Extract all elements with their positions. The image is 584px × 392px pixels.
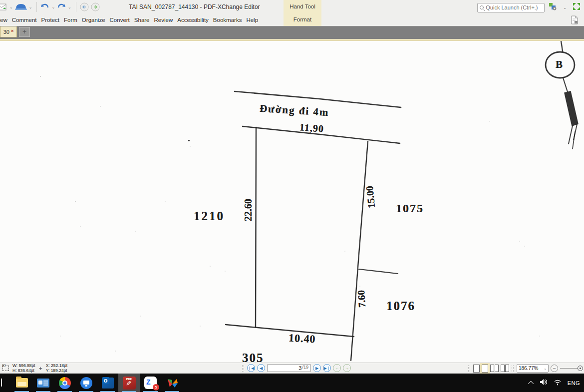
parcel-number-right-upper: 1075 xyxy=(396,202,424,215)
single-page-layout-icon[interactable] xyxy=(473,365,480,373)
parcel-drawing xyxy=(0,41,584,363)
dimension-left: 22.60 xyxy=(243,199,254,221)
menu-organize[interactable]: Organize xyxy=(82,17,105,23)
quick-launch-box[interactable] xyxy=(477,3,545,12)
total-pages: /19 xyxy=(302,365,308,370)
previous-view-icon[interactable] xyxy=(79,1,89,13)
pdf-page-canvas[interactable]: Đường đi 4m 11,90 1210 22.60 15.00 1075 … xyxy=(0,41,584,363)
previous-page-button[interactable]: ◀ xyxy=(257,364,265,372)
taskbar-pdf-xchange[interactable]: PDF xyxy=(118,374,140,392)
chevron-down-icon[interactable]: ⌄ xyxy=(9,5,13,9)
menu-share[interactable]: Share xyxy=(134,17,150,23)
zoom-value: 186.77% xyxy=(519,366,538,371)
chrome-icon xyxy=(59,377,71,389)
search-icon xyxy=(480,5,484,9)
new-tab-button[interactable]: + xyxy=(19,27,30,37)
window-title: TAI SAN_002787_144130 - PDF-XChange Edit… xyxy=(129,3,260,10)
contact-card-icon xyxy=(37,379,49,388)
cursor-position-icon: + xyxy=(39,366,42,371)
previous-view-button[interactable]: ← xyxy=(333,364,341,372)
file-explorer-icon xyxy=(16,378,28,388)
close-tab-icon[interactable]: × xyxy=(11,28,13,33)
zoom-slider[interactable] xyxy=(560,368,582,369)
menu-protect[interactable]: Protect xyxy=(41,17,59,23)
current-page: 3 xyxy=(298,365,301,371)
taskbar-outlook[interactable] xyxy=(97,374,118,392)
taskbar-remote-desktop[interactable] xyxy=(75,374,97,392)
last-page-button[interactable]: ▶❘ xyxy=(323,364,331,372)
status-height: H: 836.64pt xyxy=(12,369,35,374)
first-page-button[interactable]: ❘◀ xyxy=(247,364,255,372)
divider xyxy=(36,2,37,12)
zoom-slider-knob[interactable] xyxy=(578,366,583,371)
menu-bookmarks[interactable]: Bookmarks xyxy=(213,17,242,23)
windows-taskbar: PDF 5 ENG xyxy=(0,374,584,392)
chevron-down-icon: ⌄ xyxy=(544,367,547,371)
redo-icon[interactable] xyxy=(56,1,66,13)
chevron-down-icon[interactable]: ⌄ xyxy=(29,5,32,9)
language-indicator[interactable]: ENG xyxy=(568,380,580,386)
zoom-out-button[interactable]: − xyxy=(551,365,558,372)
undo-icon[interactable] xyxy=(40,1,50,13)
parcel-number-left: 1210 xyxy=(194,209,225,223)
marker-b-label: B xyxy=(556,58,563,71)
outlook-icon xyxy=(102,378,114,389)
chevron-down-icon[interactable]: ⌄ xyxy=(68,5,71,9)
chevron-down-icon[interactable]: ⌄ xyxy=(51,5,55,9)
remote-desktop-icon xyxy=(80,377,92,389)
next-page-button[interactable]: ▶ xyxy=(313,364,321,372)
quick-launch-input[interactable] xyxy=(486,4,540,10)
dimension-right-upper: 15.00 xyxy=(364,185,378,209)
toolbar-grip[interactable] xyxy=(468,365,471,372)
customize-toolbars-icon[interactable] xyxy=(549,2,559,12)
dimension-top: 11,90 xyxy=(299,121,324,134)
document-tab-bar: 30 × + xyxy=(0,26,584,39)
notification-badge: 5 xyxy=(153,384,159,391)
taskbar-chrome[interactable] xyxy=(54,374,75,392)
pdf-xchange-icon: PDF xyxy=(123,377,136,390)
next-view-icon[interactable] xyxy=(90,1,100,13)
wifi-icon[interactable] xyxy=(554,379,562,388)
menu-comment[interactable]: Comment xyxy=(12,17,37,23)
title-toolbar: Hand Tool ⌄ ⌄ ⌄ ⌄ TAI SAN_002787_144130 … xyxy=(0,0,584,14)
two-page-continuous-layout-icon[interactable] xyxy=(501,365,509,372)
status-bar: W: 596.88pt H: 836.64pt + X: 252.18pt Y:… xyxy=(0,363,584,374)
taskbar-notes-app[interactable] xyxy=(32,374,54,392)
menu-convert[interactable]: Convert xyxy=(110,17,130,23)
hand-tool-tab[interactable]: Hand Tool xyxy=(284,3,321,9)
divider xyxy=(76,2,76,12)
dimension-bottom: 10.40 xyxy=(288,332,316,346)
taskbar-edge-icon xyxy=(1,379,2,387)
taskbar-file-explorer[interactable] xyxy=(11,374,32,392)
chevron-down-icon[interactable]: ⌄ xyxy=(563,5,567,10)
toolbar-grip[interactable] xyxy=(511,365,515,372)
stamp-tool-icon[interactable] xyxy=(14,1,27,13)
taskbar-office-app[interactable] xyxy=(161,374,183,392)
continuous-layout-icon[interactable] xyxy=(482,365,488,373)
colorful-office-icon xyxy=(166,377,179,389)
volume-icon[interactable] xyxy=(540,379,548,388)
taskbar-zalo[interactable]: 5 xyxy=(140,374,161,392)
status-y: Y: 189.24pt xyxy=(46,369,67,374)
parcel-number-bottom-partial: 305 xyxy=(242,351,264,363)
tab-label: 30 xyxy=(3,29,9,35)
two-page-layout-icon[interactable] xyxy=(490,365,499,372)
email-icon[interactable] xyxy=(0,1,8,13)
menu-accessibility[interactable]: Accessibility xyxy=(177,17,209,23)
toolbar-grip[interactable] xyxy=(242,365,245,372)
document-properties-icon[interactable] xyxy=(570,15,579,26)
menu-view[interactable]: View xyxy=(0,17,7,23)
menu-form[interactable]: Form xyxy=(64,17,77,23)
menu-format[interactable]: Format xyxy=(284,16,321,22)
next-view-button[interactable]: → xyxy=(343,364,351,372)
active-document-tab[interactable]: 30 × xyxy=(0,26,17,37)
menu-help[interactable]: Help xyxy=(246,17,258,23)
zoom-level-select[interactable]: 186.77% ⌄ xyxy=(517,364,549,373)
parcel-number-right-lower: 1076 xyxy=(386,299,415,313)
fullscreen-icon[interactable] xyxy=(572,2,581,13)
zalo-icon: 5 xyxy=(144,377,157,389)
menu-review[interactable]: Review xyxy=(154,17,173,23)
dimension-right-lower: 7.60 xyxy=(355,290,368,308)
page-number-input[interactable]: 3 /19 xyxy=(267,364,311,372)
tray-expand-icon[interactable] xyxy=(528,381,534,386)
